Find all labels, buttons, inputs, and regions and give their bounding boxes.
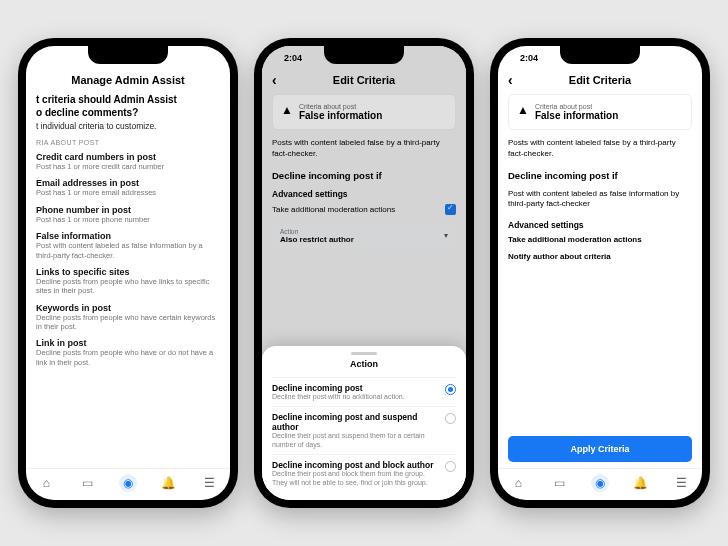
criteria-description: Posts with content labeled false by a th… — [272, 138, 456, 160]
decline-subhead: Decline incoming post if — [272, 170, 456, 181]
criteria-item[interactable]: Phone number in post Post has 1 or more … — [36, 205, 220, 224]
phone-notch — [88, 46, 168, 64]
advanced-settings-label: Advanced settings — [272, 189, 456, 199]
criteria-card: ▲ Criteria about post False information — [508, 94, 692, 130]
home-icon[interactable]: ⌂ — [509, 474, 527, 492]
video-icon[interactable]: ▭ — [78, 474, 96, 492]
checkbox-checked-icon[interactable] — [445, 204, 456, 215]
section-label: RIA ABOUT POST — [36, 139, 220, 146]
criteria-card: ▲ Criteria about post False information — [272, 94, 456, 130]
groups-icon[interactable]: ◉ — [119, 474, 137, 492]
criteria-item[interactable]: Link in post Decline posts from people w… — [36, 338, 220, 367]
decline-subhead: Decline incoming post if — [508, 170, 692, 181]
moderation-actions-row[interactable]: Take additional moderation actions — [508, 235, 692, 244]
warning-icon: ▲ — [281, 103, 293, 121]
action-option[interactable]: Decline incoming post and block author D… — [272, 454, 456, 492]
screen: 2:04 ‹ Edit Criteria ▲ Criteria about po… — [262, 46, 466, 500]
phone-manage-admin-assist: Manage Admin Assist t criteria should Ad… — [18, 38, 238, 508]
criteria-item[interactable]: Email addresses in post Post has 1 or mo… — [36, 178, 220, 197]
sheet-grabber[interactable] — [351, 352, 377, 355]
advanced-settings-label: Advanced settings — [508, 220, 692, 230]
criteria-item[interactable]: Keywords in post Decline posts from peop… — [36, 303, 220, 332]
radio-selected-icon[interactable] — [445, 384, 456, 395]
chevron-down-icon: ▾ — [444, 231, 448, 240]
bell-icon[interactable]: 🔔 — [160, 474, 178, 492]
criteria-item[interactable]: Credit card numbers in post Post has 1 o… — [36, 152, 220, 171]
radio-icon[interactable] — [445, 461, 456, 472]
rule-text: Post with content labeled as false infor… — [508, 189, 692, 211]
tab-bar: ⌂ ▭ ◉ 🔔 ☰ — [498, 468, 702, 500]
criteria-item[interactable]: Links to specific sites Decline posts fr… — [36, 267, 220, 296]
warning-icon: ▲ — [517, 103, 529, 121]
page-title: Manage Admin Assist — [26, 68, 230, 94]
sheet-title: Action — [272, 359, 456, 369]
phone-edit-criteria-sheet: 2:04 ‹ Edit Criteria ▲ Criteria about po… — [254, 38, 474, 508]
action-sheet: Action Decline incoming post Decline the… — [262, 346, 466, 500]
apply-criteria-button[interactable]: Apply Criteria — [508, 436, 692, 462]
menu-icon[interactable]: ☰ — [201, 474, 219, 492]
status-time: 2:04 — [284, 53, 302, 63]
status-time: 2:04 — [520, 53, 538, 63]
screen: Manage Admin Assist t criteria should Ad… — [26, 46, 230, 500]
action-select[interactable]: Action Also restrict author ▾ — [272, 223, 456, 249]
video-icon[interactable]: ▭ — [550, 474, 568, 492]
phone-notch — [560, 46, 640, 64]
back-icon[interactable]: ‹ — [272, 72, 277, 88]
phone-edit-criteria-apply: 2:04 ‹ Edit Criteria ▲ Criteria about po… — [490, 38, 710, 508]
radio-icon[interactable] — [445, 413, 456, 424]
action-option[interactable]: Decline incoming post Decline their post… — [272, 377, 456, 406]
tab-bar: ⌂ ▭ ◉ 🔔 ☰ — [26, 468, 230, 500]
question-title: t criteria should Admin Assist o decline… — [36, 94, 220, 119]
content-area: ▲ Criteria about post False information … — [498, 94, 702, 468]
page-title: ‹ Edit Criteria — [498, 68, 702, 94]
moderation-actions-toggle[interactable]: Take additional moderation actions — [272, 204, 456, 215]
content-area: t criteria should Admin Assist o decline… — [26, 94, 230, 468]
menu-icon[interactable]: ☰ — [673, 474, 691, 492]
bell-icon[interactable]: 🔔 — [632, 474, 650, 492]
home-icon[interactable]: ⌂ — [37, 474, 55, 492]
notify-author-row[interactable]: Notify author about criteria — [508, 252, 692, 261]
groups-icon[interactable]: ◉ — [591, 474, 609, 492]
action-option[interactable]: Decline incoming post and suspend author… — [272, 406, 456, 454]
criteria-description: Posts with content labeled false by a th… — [508, 138, 692, 160]
back-icon[interactable]: ‹ — [508, 72, 513, 88]
screen: 2:04 ‹ Edit Criteria ▲ Criteria about po… — [498, 46, 702, 500]
question-subtitle: t individual criteria to customize. — [36, 121, 220, 131]
criteria-item[interactable]: False information Post with content labe… — [36, 231, 220, 260]
page-title: ‹ Edit Criteria — [262, 68, 466, 94]
phone-notch — [324, 46, 404, 64]
